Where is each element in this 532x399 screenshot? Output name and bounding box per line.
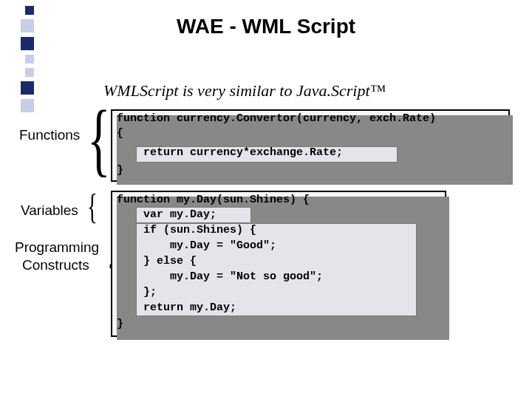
code-line: function my.Day(sun.Shines) { [117, 194, 310, 206]
label-functions: Functions [19, 127, 80, 143]
brace-icon: { [87, 109, 111, 168]
label-variables: Variables [21, 202, 78, 219]
decorative-sidebar [0, 0, 44, 399]
code-line: return currency*exchange.Rate; [117, 146, 343, 159]
code-line: if (sun.Shines) { [117, 224, 256, 236]
code-line: } else { [117, 255, 197, 267]
brace-icon: { [87, 191, 98, 223]
page-title: WAE - WML Script [0, 15, 532, 38]
code-line: var my.Day; [117, 208, 216, 221]
subtitle: WMLScript is very similar to Java.Script… [103, 81, 386, 100]
code-line: } [117, 164, 123, 177]
code-line: { [117, 127, 123, 140]
code-line: my.Day = "Not so good"; [117, 270, 323, 283]
label-programming: Programming [15, 239, 99, 256]
code-line: return my.Day; [117, 301, 236, 314]
code-line: }; [117, 286, 157, 299]
code-line: function currency.Convertor(currency, ex… [117, 112, 436, 125]
code-line: } [117, 318, 123, 330]
code-line: my.Day = "Good"; [117, 239, 276, 252]
label-constructs: Constructs [22, 257, 89, 273]
